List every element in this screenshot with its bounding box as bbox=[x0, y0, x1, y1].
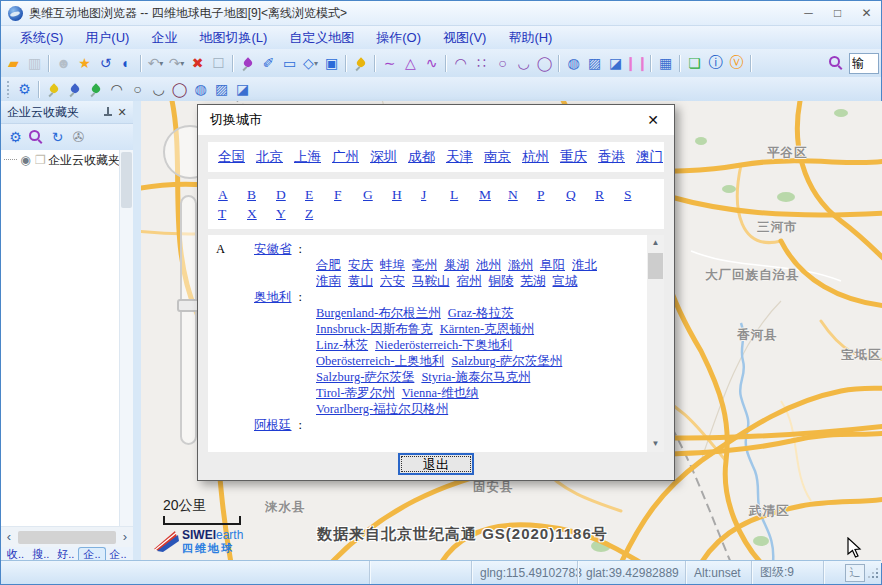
globe-3d-icon[interactable]: ◐ bbox=[116, 53, 137, 73]
menu-item[interactable]: 企业 bbox=[140, 27, 188, 49]
arc2-icon[interactable]: ◠ bbox=[106, 79, 127, 99]
undo-icon[interactable]: ↶ bbox=[145, 53, 166, 73]
panel-settings-icon[interactable]: ⚙ bbox=[5, 127, 26, 147]
letter-link[interactable]: X bbox=[247, 204, 276, 223]
scroll-up-icon[interactable]: ▲ bbox=[647, 235, 664, 251]
city-link[interactable]: 淮南 bbox=[316, 274, 341, 288]
city-link[interactable]: Tirol-蒂罗尔州 bbox=[316, 386, 395, 400]
letter-link[interactable]: Y bbox=[276, 204, 305, 223]
fill-polygon2-icon[interactable]: ◪ bbox=[232, 79, 253, 99]
dialog-title-bar[interactable]: 切换城市 ✕ bbox=[198, 105, 674, 135]
redo-icon[interactable]: ↷ bbox=[166, 53, 187, 73]
scroll-thumb[interactable] bbox=[648, 253, 663, 279]
menu-item[interactable]: 地图切换(L) bbox=[188, 27, 278, 49]
scroll-left-icon[interactable]: ‹ bbox=[1, 528, 17, 546]
city-link[interactable]: Oberösterreich-上奥地利 bbox=[316, 354, 444, 368]
resize-grip[interactable] bbox=[865, 565, 881, 581]
track-icon[interactable]: ↺ bbox=[95, 53, 116, 73]
letter-link[interactable]: Q bbox=[566, 185, 595, 204]
city-link[interactable]: Innsbruck-因斯布鲁克 bbox=[316, 322, 433, 336]
province-link-argentina[interactable]: 阿根廷 bbox=[254, 418, 292, 432]
city-link[interactable]: Graz-格拉茨 bbox=[448, 306, 514, 320]
city-link[interactable]: Styria-施泰尔马克州 bbox=[421, 370, 530, 384]
panel-search-icon[interactable] bbox=[26, 127, 47, 147]
curve-icon[interactable]: ∿ bbox=[421, 53, 442, 73]
letter-link[interactable]: H bbox=[392, 185, 421, 204]
menu-item[interactable]: 操作(O) bbox=[365, 27, 432, 49]
fill-roundrect2-icon[interactable]: ▨ bbox=[211, 79, 232, 99]
fill-roundrect-icon[interactable]: ▨ bbox=[584, 53, 605, 73]
city-link[interactable]: 澳门 bbox=[636, 148, 663, 166]
polygon-icon[interactable]: △ bbox=[400, 53, 421, 73]
placemark-icon[interactable] bbox=[237, 53, 258, 73]
city-link[interactable]: 芜湖 bbox=[521, 274, 546, 288]
circle-icon[interactable]: ○ bbox=[492, 53, 513, 73]
delete-icon[interactable]: ✖ bbox=[187, 53, 208, 73]
ruler-icon[interactable]: ▭ bbox=[279, 53, 300, 73]
fill-circle2-icon[interactable]: ◍ bbox=[190, 79, 211, 99]
bars-icon[interactable]: ❙❙ bbox=[626, 53, 647, 73]
letter-link[interactable]: N bbox=[508, 185, 537, 204]
scroll-right-icon[interactable]: › bbox=[117, 528, 133, 546]
polyline-icon[interactable]: ∼ bbox=[379, 53, 400, 73]
fill-circle-icon[interactable]: ◍ bbox=[563, 53, 584, 73]
city-link[interactable]: 滁州 bbox=[508, 258, 533, 272]
panel-refresh-icon[interactable]: ↻ bbox=[47, 127, 68, 147]
city-link[interactable]: 马鞍山 bbox=[412, 274, 450, 288]
letter-link[interactable]: J bbox=[421, 185, 450, 204]
settings-gear-icon[interactable]: ⚙ bbox=[14, 79, 35, 99]
contacts-icon[interactable]: ☻ bbox=[53, 53, 74, 73]
map-zoom-slider[interactable] bbox=[180, 195, 197, 445]
city-link[interactable]: 淮北 bbox=[572, 258, 597, 272]
city-link[interactable]: 深圳 bbox=[370, 148, 397, 166]
city-link[interactable]: Kärnten-克恩顿州 bbox=[440, 322, 534, 336]
letter-link[interactable]: D bbox=[276, 185, 305, 204]
province-link-anhui[interactable]: 安徽省 bbox=[254, 242, 292, 256]
gesture-mode-icon[interactable]: 辶 bbox=[845, 564, 865, 582]
city-link[interactable]: 阜阳 bbox=[540, 258, 565, 272]
tree-row[interactable]: ◉ ❐ 企业云收藏夹[ bbox=[1, 150, 120, 170]
save-icon[interactable]: ▥ bbox=[24, 53, 45, 73]
pin-blue-icon[interactable] bbox=[64, 79, 85, 99]
toolbar-search-input[interactable] bbox=[849, 53, 879, 74]
vip-icon[interactable]: Ⓥ bbox=[726, 53, 747, 73]
city-link[interactable]: Vorarlberg-福拉尔贝格州 bbox=[316, 402, 448, 416]
scroll-thumb[interactable] bbox=[18, 531, 116, 544]
measure-icon[interactable]: ✐ bbox=[258, 53, 279, 73]
city-link[interactable]: Linz-林茨 bbox=[316, 338, 368, 352]
city-link[interactable]: 六安 bbox=[380, 274, 405, 288]
city-link[interactable]: 北京 bbox=[256, 148, 283, 166]
city-link[interactable]: 铜陵 bbox=[489, 274, 514, 288]
visibility-eye-icon[interactable]: ◉ bbox=[18, 153, 33, 167]
camera-icon[interactable]: ▣ bbox=[321, 53, 342, 73]
letter-link[interactable]: T bbox=[218, 204, 247, 223]
city-link[interactable]: 黄山 bbox=[348, 274, 373, 288]
letter-link[interactable]: F bbox=[334, 185, 363, 204]
city-link[interactable]: 天津 bbox=[446, 148, 473, 166]
letter-link[interactable]: G bbox=[363, 185, 392, 204]
city-link[interactable]: 蚌埠 bbox=[380, 258, 405, 272]
minimize-button[interactable]: ─ bbox=[794, 2, 823, 24]
ellipse-icon[interactable]: ◯ bbox=[534, 53, 555, 73]
dialog-close-icon[interactable]: ✕ bbox=[644, 111, 662, 129]
city-link[interactable]: Salzburg-萨尔茨堡州 bbox=[451, 354, 562, 368]
city-link[interactable]: 成都 bbox=[408, 148, 435, 166]
city-link[interactable]: Vienna-维也纳 bbox=[402, 386, 479, 400]
city-link[interactable]: Niederösterreich-下奥地利 bbox=[375, 338, 512, 352]
city-link[interactable]: 池州 bbox=[476, 258, 501, 272]
message-icon[interactable]: ❏ bbox=[684, 53, 705, 73]
city-link[interactable]: 重庆 bbox=[560, 148, 587, 166]
favorites-star-icon[interactable]: ★ bbox=[74, 53, 95, 73]
letter-link[interactable]: E bbox=[305, 185, 334, 204]
exit-button[interactable]: 退出 bbox=[398, 453, 474, 475]
city-link[interactable]: Salzburg-萨尔茨堡 bbox=[316, 370, 414, 384]
city-link[interactable]: 广州 bbox=[332, 148, 359, 166]
autohide-pin-icon[interactable] bbox=[101, 105, 115, 119]
letter-link[interactable]: R bbox=[595, 185, 624, 204]
menu-item[interactable]: 视图(V) bbox=[432, 27, 497, 49]
city-link[interactable]: 亳州 bbox=[412, 258, 437, 272]
city-link[interactable]: 全国 bbox=[218, 148, 245, 166]
menu-item[interactable]: 自定义地图 bbox=[278, 27, 365, 49]
letter-link[interactable]: B bbox=[247, 185, 276, 204]
panel-attach-icon[interactable]: ✇ bbox=[68, 127, 89, 147]
